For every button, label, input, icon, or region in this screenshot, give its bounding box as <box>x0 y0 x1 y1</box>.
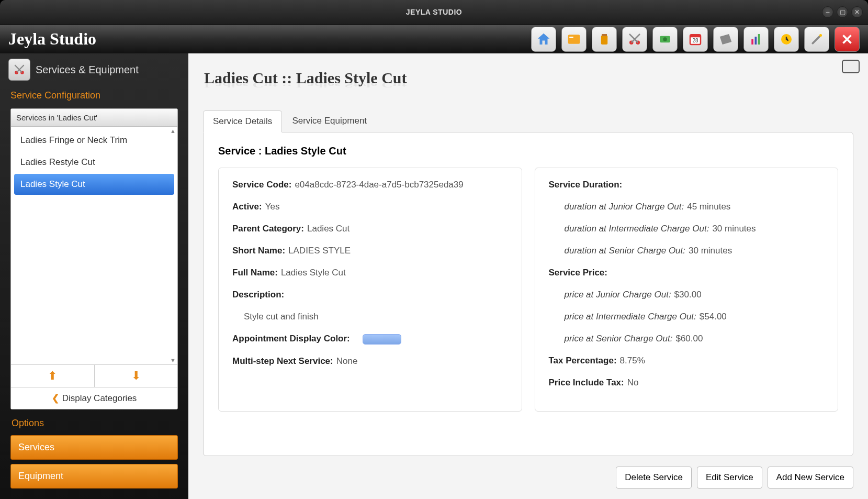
card-icon <box>566 31 582 47</box>
app-brand: Jeyla Studio <box>8 29 531 49</box>
full-name-label: Full Name: <box>232 268 278 278</box>
tax-label: Tax Percentage: <box>549 356 617 365</box>
close-window-button[interactable]: ✕ <box>851 6 863 18</box>
appointment-color-swatch <box>363 334 401 345</box>
duration-junior-label: duration at Junior Charge Out: <box>565 202 684 212</box>
time-button[interactable] <box>774 27 799 52</box>
service-code-value: e04a8cdc-8723-4dae-a7d5-bcb7325eda39 <box>295 180 463 190</box>
app-body: Services & Equipment Service Configurati… <box>0 53 868 499</box>
calendar-button[interactable]: 28 <box>683 27 708 52</box>
add-new-service-button[interactable]: Add New Service <box>768 467 853 489</box>
edit-service-button[interactable]: Edit Service <box>697 467 762 489</box>
jar-icon <box>596 31 612 47</box>
reports-button[interactable] <box>743 27 769 52</box>
service-code-label: Service Code: <box>232 180 291 190</box>
home-button[interactable] <box>531 27 556 52</box>
svg-rect-13 <box>758 34 760 45</box>
duration-intermediate-label: duration at Intermediate Charge Out: <box>565 224 709 234</box>
price-junior-value: $30.00 <box>674 290 702 300</box>
svg-rect-0 <box>568 35 580 44</box>
list-item[interactable]: Ladies Fringe or Neck Trim <box>14 130 174 151</box>
active-value: Yes <box>265 202 280 212</box>
sidebar-section-icon <box>8 59 30 81</box>
service-heading: Service : Ladies Style Cut <box>218 145 838 157</box>
duration-senior-label: duration at Senior Charge Out: <box>565 246 686 256</box>
duration-junior-value: 45 minutes <box>687 202 730 212</box>
action-bar: Delete Service Edit Service Add New Serv… <box>188 456 868 499</box>
services-button[interactable] <box>622 27 647 52</box>
money-icon <box>657 31 673 47</box>
duration-intermediate-value: 30 minutes <box>712 224 756 234</box>
services-list-header: Services in 'Ladies Cut' <box>11 109 177 127</box>
price-senior-value: $60.00 <box>675 334 703 343</box>
maximize-button[interactable]: ▢ <box>837 6 848 18</box>
svg-point-15 <box>819 34 822 37</box>
service-heading-name: Ladies Style Cut <box>265 145 346 157</box>
tab-service-details[interactable]: Service Details <box>203 110 282 132</box>
move-up-button[interactable]: ⬆ <box>11 365 95 387</box>
wand-icon <box>809 31 825 47</box>
services-list[interactable]: ▲ Ladies Fringe or Neck Trim Ladies Rest… <box>11 127 177 364</box>
list-item[interactable]: Ladies Restyle Cut <box>14 152 174 173</box>
main-toolbar: 28 <box>531 27 860 52</box>
options-label: Options <box>0 409 188 433</box>
ticket-icon <box>718 31 734 47</box>
active-label: Active: <box>232 202 262 212</box>
svg-rect-12 <box>755 37 757 45</box>
scroll-down-arrow[interactable]: ▼ <box>170 357 176 363</box>
svg-text:28: 28 <box>692 38 698 43</box>
svg-rect-11 <box>751 39 753 45</box>
short-name-value: LADIES STYLE <box>288 246 351 256</box>
price-intermediate-value: $54.00 <box>700 312 727 321</box>
display-categories-button[interactable]: ❮Display Categories <box>11 387 177 409</box>
clients-button[interactable] <box>561 27 587 52</box>
price-senior-label: price at Senior Charge Out: <box>565 334 673 343</box>
products-button[interactable] <box>592 27 617 52</box>
option-equipment-button[interactable]: Equipment <box>10 464 178 489</box>
scissors-icon <box>627 31 642 47</box>
svg-rect-9 <box>690 35 701 37</box>
include-tax-label: Price Include Tax: <box>549 378 624 387</box>
service-heading-prefix: Service : <box>218 145 265 157</box>
list-item[interactable]: Ladies Style Cut <box>14 174 174 195</box>
titlebar: JEYLA STUDIO – ▢ ✕ <box>0 0 868 24</box>
service-details-panel: Service : Ladies Style Cut Service Code:… <box>203 132 853 456</box>
delete-service-button[interactable]: Delete Service <box>616 467 692 489</box>
exit-button[interactable] <box>835 27 860 52</box>
tax-value: 8.75% <box>620 356 645 365</box>
multistep-value: None <box>336 356 358 366</box>
scissors-icon <box>13 63 26 76</box>
duration-label: Service Duration: <box>549 180 623 190</box>
keyboard-icon[interactable] <box>842 60 860 73</box>
close-icon <box>839 31 855 47</box>
sidebar: Services & Equipment Service Configurati… <box>0 53 188 499</box>
scroll-up-arrow[interactable]: ▲ <box>170 128 176 134</box>
sidebar-header: Services & Equipment <box>0 53 188 86</box>
tickets-button[interactable] <box>713 27 738 52</box>
window-controls: – ▢ ✕ <box>822 6 863 18</box>
app-window: JEYLA STUDIO – ▢ ✕ Jeyla Studio 28 <box>0 0 868 499</box>
price-label: Service Price: <box>549 268 607 278</box>
svg-rect-1 <box>569 37 573 38</box>
duration-senior-value: 30 minutes <box>689 246 732 256</box>
move-down-button[interactable]: ⬇ <box>95 365 178 387</box>
tab-bar: Service Details Service Equipment <box>188 110 868 132</box>
window-title: JEYLA STUDIO <box>406 8 462 16</box>
app-header: Jeyla Studio 28 <box>0 24 868 53</box>
page-title-reflection: Ladies Cut :: Ladies Style Cut <box>188 80 868 89</box>
arrow-up-icon: ⬆ <box>48 369 57 382</box>
multistep-label: Multi-step Next Service: <box>232 356 333 366</box>
short-name-label: Short Name: <box>232 246 285 256</box>
minimize-button[interactable]: – <box>822 6 833 18</box>
arrow-down-icon: ⬇ <box>131 369 141 382</box>
services-list-panel: Services in 'Ladies Cut' ▲ Ladies Fringe… <box>10 108 178 409</box>
price-junior-label: price at Junior Charge Out: <box>565 290 671 300</box>
option-services-button[interactable]: Services <box>10 435 178 460</box>
section-service-config-label: Service Configuration <box>0 86 188 105</box>
description-label: Description: <box>232 290 284 300</box>
settings-button[interactable] <box>804 27 829 52</box>
reorder-bar: ⬆ ⬇ <box>11 364 177 387</box>
finance-button[interactable] <box>652 27 678 52</box>
tab-service-equipment[interactable]: Service Equipment <box>282 110 377 132</box>
chart-icon <box>748 31 764 47</box>
